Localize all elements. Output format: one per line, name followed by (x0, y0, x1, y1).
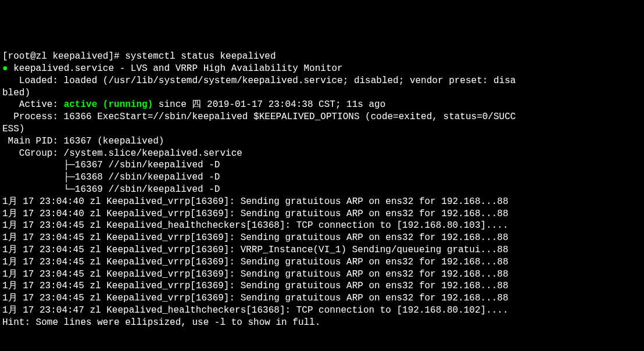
service-header-line: ● keepalived.service - LVS and VRRP High… (2, 63, 642, 75)
cgroup-line: CGroup: /system.slice/keepalived.service (2, 148, 642, 160)
log-line: 1月 17 23:04:47 zl Keepalived_healthcheck… (2, 305, 642, 317)
log-line: 1月 17 23:04:45 zl Keepalived_vrrp[16369]… (2, 256, 642, 268)
hint-line: Hint: Some lines were ellipsized, use -l… (2, 317, 642, 329)
log-line: 1月 17 23:04:45 zl Keepalived_vrrp[16369]… (2, 268, 642, 281)
tree-line-2: ├─16368 //sbin/keepalived -D (2, 171, 642, 184)
log-line: 1月 17 23:04:45 zl Keepalived_healthcheck… (2, 220, 642, 232)
log-line: 1月 17 23:04:45 zl Keepalived_vrrp[16369]… (2, 292, 642, 305)
command-text: systemctl status keepalived (125, 51, 276, 62)
active-status: active (running) (64, 99, 153, 110)
process-line: Process: 16366 ExecStart=//sbin/keepaliv… (2, 111, 642, 135)
service-description: keepalived.service - LVS and VRRP High A… (8, 63, 343, 74)
terminal-prompt-line: [root@zl keepalived]# systemctl status k… (2, 51, 642, 63)
loaded-line: Loaded: loaded (/usr/lib/systemd/system/… (2, 75, 642, 99)
active-line: Active: active (running) since 四 2019-01… (2, 99, 642, 111)
log-line: 1月 17 23:04:40 zl Keepalived_vrrp[16369]… (2, 208, 642, 220)
log-line: 1月 17 23:04:45 zl Keepalived_vrrp[16369]… (2, 280, 642, 292)
log-line: 1月 17 23:04:45 zl Keepalived_vrrp[16369]… (2, 244, 642, 256)
mainpid-line: Main PID: 16367 (keepalived) (2, 135, 642, 148)
log-line: 1月 17 23:04:45 zl Keepalived_vrrp[16369]… (2, 232, 642, 244)
active-label: Active: (2, 99, 64, 110)
shell-prompt: [root@zl keepalived]# (2, 51, 125, 62)
active-since: since 四 2019-01-17 23:04:38 CST; 11s ago (153, 99, 385, 110)
log-line: 1月 17 23:04:40 zl Keepalived_vrrp[16369]… (2, 196, 642, 208)
tree-line-1: ├─16367 //sbin/keepalived -D (2, 159, 642, 171)
status-dot-icon: ● (2, 63, 8, 74)
tree-line-3: └─16369 //sbin/keepalived -D (2, 184, 642, 196)
